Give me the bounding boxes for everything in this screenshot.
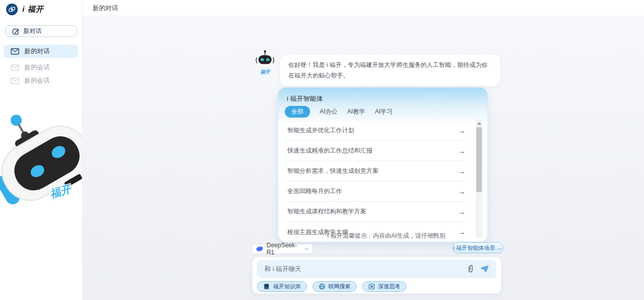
envelope-icon xyxy=(11,78,19,84)
assistant-message: 你好呀！我是 i 福开，专为福建开放大学师生服务的人工智能，期待成为你在福开大的… xyxy=(280,55,500,86)
sidebar-item-session-1[interactable]: 新的会话 xyxy=(4,61,78,74)
page-title: 新的对话 xyxy=(93,0,118,16)
agent-item-label: 智能生成课程结构和教学方案 xyxy=(287,207,366,216)
scroll-up-button[interactable] xyxy=(476,120,482,127)
agent-item[interactable]: 全面回顾每月的工作 → xyxy=(287,181,465,202)
envelope-icon xyxy=(11,64,19,71)
tool-knowledge-base[interactable]: 福开知识库 xyxy=(257,281,307,292)
arrow-right-icon: → xyxy=(458,147,465,155)
agent-item-label: 智能分析需求，快速生成创意方案 xyxy=(287,167,378,175)
send-icon[interactable] xyxy=(480,265,489,273)
sidebar-item-label: 新的会话 xyxy=(24,63,50,72)
tab-ai-teaching[interactable]: AI教学 xyxy=(347,107,365,116)
scroll-up-icon xyxy=(477,122,481,125)
arrow-right-icon: → xyxy=(458,208,465,216)
agents-tabs: 全部 AI办公 AI教学 AI学习 xyxy=(285,106,393,118)
logo-row: i 福开 xyxy=(6,4,44,15)
ai-disclaimer: i 福开温馨提示：内容由AI生成，请仔细甄别 xyxy=(327,232,445,240)
assistant-avatar: 福开 xyxy=(253,50,277,76)
agent-item[interactable]: 智能生成并优化工作计划 → xyxy=(287,121,465,141)
tab-all[interactable]: 全部 xyxy=(285,106,310,118)
chat-input[interactable]: 和 i 福开聊天 xyxy=(257,260,497,278)
sidebar-item-label: 新的对话 xyxy=(24,47,50,56)
sidebar-item-label: 新的会话 xyxy=(24,77,50,85)
new-chat-label: 新对话 xyxy=(23,27,42,35)
app-title: i 福开 xyxy=(22,5,44,14)
agent-item-label: 快速生成精准的工作总结和汇报 xyxy=(287,146,372,155)
agent-item-label: 智能生成并优化工作计划 xyxy=(287,126,354,135)
edit-icon xyxy=(12,28,19,35)
knowledge-base-icon xyxy=(263,283,270,290)
agent-scenes-button[interactable]: i 福开智能体场景 → xyxy=(452,242,504,253)
chat-area: 福开 你好呀！我是 i 福开，专为福建开放大学师生服务的人工智能，期待成为你在福… xyxy=(83,16,644,300)
robot-avatar-icon xyxy=(253,50,277,68)
scrollbar-thumb[interactable] xyxy=(476,127,482,192)
app-logo-icon xyxy=(6,4,18,15)
composer-tools: 福开知识库 联网搜索 xyxy=(257,281,406,292)
sidebar: i 福开 新对话 新的对话 xyxy=(0,0,83,300)
deepseek-whale-icon xyxy=(256,246,263,252)
chevron-down-icon xyxy=(304,247,309,250)
arrow-right-icon: → xyxy=(458,167,465,175)
sidebar-item-session-2[interactable]: 新的会话 xyxy=(4,74,78,87)
globe-icon xyxy=(319,283,325,290)
arrow-right-icon: → xyxy=(458,228,465,236)
tab-ai-learning[interactable]: AI学习 xyxy=(375,107,393,116)
agent-item[interactable]: 智能生成课程结构和教学方案 → xyxy=(287,202,465,222)
envelope-icon xyxy=(11,48,19,55)
attachment-icon[interactable] xyxy=(467,265,474,273)
tool-label: 联网搜索 xyxy=(328,283,351,290)
agent-item-label: 全面回顾每月的工作 xyxy=(287,187,342,196)
tool-web-search[interactable]: 联网搜索 xyxy=(313,281,357,292)
arrow-right-icon: → xyxy=(458,188,465,196)
chat-input-placeholder: 和 i 福开聊天 xyxy=(264,265,301,274)
deep-think-icon xyxy=(368,283,375,290)
composer: 和 i 福开聊天 xyxy=(252,256,502,294)
app-root: i 福开 新对话 新的对话 xyxy=(0,0,644,300)
avatar-label: 福开 xyxy=(253,69,277,76)
arrow-right-icon: → xyxy=(458,127,465,135)
sidebar-item-current-chat[interactable]: 新的对话 xyxy=(4,45,78,58)
agents-panel: i 福开智能体 全部 AI办公 AI教学 AI学习 智能生成并优化工作计划 → … xyxy=(278,87,488,242)
agent-item[interactable]: 智能分析需求，快速生成创意方案 → xyxy=(287,161,465,181)
model-selector[interactable]: DeepSeek-R1 xyxy=(252,244,313,254)
scrollbar[interactable] xyxy=(476,120,482,238)
model-name: DeepSeek-R1 xyxy=(267,242,301,256)
tab-ai-office[interactable]: AI办公 xyxy=(320,107,337,116)
tool-label: 福开知识库 xyxy=(273,283,301,290)
agent-item[interactable]: 快速生成精准的工作总结和汇报 → xyxy=(287,141,465,161)
tool-deep-think[interactable]: 深度思考 xyxy=(362,281,406,292)
new-chat-button[interactable]: 新对话 xyxy=(6,25,77,37)
topbar: 新的对话 xyxy=(83,0,644,16)
tool-label: 深度思考 xyxy=(378,283,400,290)
agents-panel-title: i 福开智能体 xyxy=(287,94,323,103)
